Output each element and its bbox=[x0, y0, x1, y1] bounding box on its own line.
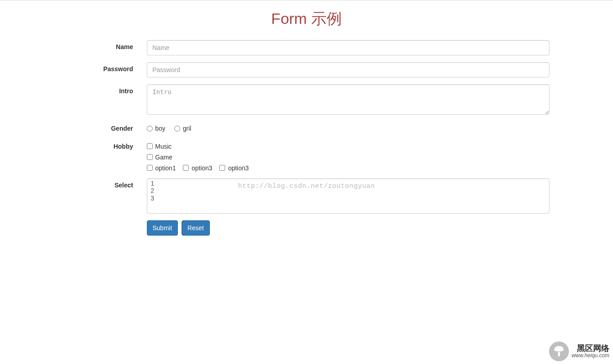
gender-radio-gril-input[interactable] bbox=[174, 126, 180, 132]
gender-group: Gender boy gril bbox=[57, 122, 557, 133]
hobby-checkbox-music[interactable]: Music bbox=[147, 143, 550, 150]
password-label: Password bbox=[57, 62, 140, 73]
select-label: Select bbox=[57, 178, 140, 189]
hobby-checkbox-game[interactable]: Game bbox=[147, 154, 550, 161]
gender-option-label: gril bbox=[183, 125, 191, 132]
hobby-inline-3-input[interactable] bbox=[219, 165, 225, 171]
select-multi[interactable]: 1 2 3 bbox=[147, 178, 550, 214]
hobby-inline-1[interactable]: option1 bbox=[147, 164, 176, 172]
name-input[interactable] bbox=[147, 40, 550, 55]
hobby-inline-1-input[interactable] bbox=[147, 165, 153, 171]
hobby-inline-2-input[interactable] bbox=[183, 165, 189, 171]
hobby-inline-label: option3 bbox=[228, 164, 249, 172]
password-input[interactable] bbox=[147, 62, 550, 77]
hobby-checkbox-label: Music bbox=[155, 143, 172, 150]
page-title: Form 示例 bbox=[57, 9, 557, 29]
hobby-checkbox-label: Game bbox=[155, 154, 173, 161]
intro-textarea[interactable] bbox=[147, 84, 550, 115]
name-group: Name bbox=[57, 40, 557, 55]
intro-label: Intro bbox=[57, 84, 140, 95]
hobby-inline-3[interactable]: option3 bbox=[219, 164, 249, 172]
hobby-checkbox-game-input[interactable] bbox=[147, 154, 153, 160]
gender-radio-boy[interactable]: boy bbox=[147, 122, 166, 132]
gender-option-label: boy bbox=[155, 125, 166, 132]
gender-radio-gril[interactable]: gril bbox=[174, 122, 191, 132]
name-label: Name bbox=[57, 40, 140, 50]
hobby-label: Hobby bbox=[57, 140, 140, 150]
intro-group: Intro bbox=[57, 84, 557, 115]
gender-label: Gender bbox=[57, 122, 140, 132]
reset-button[interactable]: Reset bbox=[182, 220, 210, 236]
select-option[interactable]: 3 bbox=[151, 195, 549, 202]
button-row: Submit Reset bbox=[57, 220, 557, 236]
hobby-inline-label: option3 bbox=[191, 164, 212, 172]
select-option[interactable]: 2 bbox=[151, 187, 549, 195]
hobby-inline-label: option1 bbox=[155, 164, 176, 172]
hobby-group: Hobby Music Game option1 bbox=[57, 140, 557, 172]
gender-radio-boy-input[interactable] bbox=[147, 126, 153, 132]
password-group: Password bbox=[57, 62, 557, 77]
select-option[interactable]: 1 bbox=[151, 180, 549, 187]
example-form: Name Password Intro Gender b bbox=[57, 40, 557, 236]
submit-button[interactable]: Submit bbox=[147, 220, 178, 236]
hobby-checkbox-music-input[interactable] bbox=[147, 143, 153, 149]
select-group: Select 1 2 3 bbox=[57, 178, 557, 214]
hobby-inline-2[interactable]: option3 bbox=[183, 164, 212, 172]
